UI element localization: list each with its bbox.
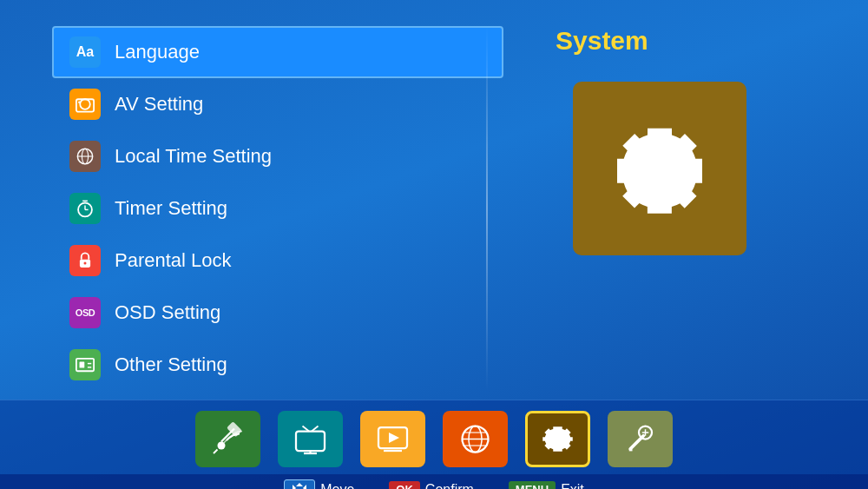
local-time-label: Local Time Setting <box>115 145 272 168</box>
menu-item-local-time[interactable]: Local Time Setting <box>52 130 503 182</box>
nav-media-button[interactable] <box>360 411 425 467</box>
content-area: Aa Language AV Setting <box>0 0 868 400</box>
system-icon-display <box>573 82 746 255</box>
menu-item-parental[interactable]: Parental Lock <box>52 235 503 287</box>
confirm-badge: OK <box>389 481 420 489</box>
svg-line-19 <box>214 450 218 454</box>
svg-point-0 <box>80 99 90 109</box>
exit-label: Exit <box>561 482 584 490</box>
section-title: System <box>556 26 648 56</box>
language-icon: Aa <box>69 36 101 68</box>
nav-system-button[interactable] <box>525 411 590 467</box>
status-bar: Move OK Confirm MENU Exit <box>0 474 868 489</box>
svg-point-2 <box>78 101 81 103</box>
av-setting-label: AV Setting <box>115 93 203 116</box>
move-label: Move <box>320 482 354 490</box>
osd-label: OSD Setting <box>115 301 220 324</box>
nav-internet-button[interactable] <box>443 411 508 467</box>
svg-marker-38 <box>293 485 296 489</box>
av-setting-icon <box>69 89 101 120</box>
nav-icons-row <box>0 400 868 474</box>
svg-point-11 <box>83 262 86 265</box>
gear-icon <box>599 108 720 229</box>
svg-marker-39 <box>303 485 306 489</box>
parental-icon <box>69 245 101 276</box>
move-status: Move <box>284 479 354 489</box>
exit-badge: MENU <box>509 481 556 489</box>
confirm-status: OK Confirm <box>389 481 474 489</box>
svg-rect-20 <box>296 432 325 452</box>
other-icon <box>69 349 101 380</box>
nav-tv-button[interactable] <box>278 411 343 467</box>
main-container: Aa Language AV Setting <box>0 0 868 489</box>
exit-status: MENU Exit <box>509 481 584 489</box>
other-label: Other Setting <box>115 354 227 376</box>
nav-tools-button[interactable] <box>608 411 673 467</box>
confirm-label: Confirm <box>425 482 474 490</box>
bottom-nav: Move OK Confirm MENU Exit <box>0 400 868 489</box>
osd-icon: OSD <box>69 297 101 328</box>
right-panel: System <box>503 26 816 391</box>
menu-item-av-setting[interactable]: AV Setting <box>52 78 503 130</box>
timer-icon <box>69 193 101 224</box>
language-label: Language <box>115 41 200 63</box>
menu-panel: Aa Language AV Setting <box>52 26 503 391</box>
local-time-icon <box>69 141 101 172</box>
menu-item-osd[interactable]: OSD OSD Setting <box>52 287 503 339</box>
menu-item-other[interactable]: Other Setting <box>52 339 503 391</box>
svg-rect-13 <box>80 361 85 367</box>
menu-item-language[interactable]: Aa Language <box>52 26 503 78</box>
nav-satellite-button[interactable] <box>195 411 260 467</box>
parental-label: Parental Lock <box>115 249 232 272</box>
menu-item-timer[interactable]: Timer Setting <box>52 182 503 235</box>
divider <box>486 26 488 391</box>
svg-marker-40 <box>296 483 303 486</box>
svg-marker-26 <box>389 433 399 443</box>
timer-label: Timer Setting <box>115 197 227 220</box>
move-badge <box>284 479 315 489</box>
svg-rect-12 <box>76 359 94 371</box>
